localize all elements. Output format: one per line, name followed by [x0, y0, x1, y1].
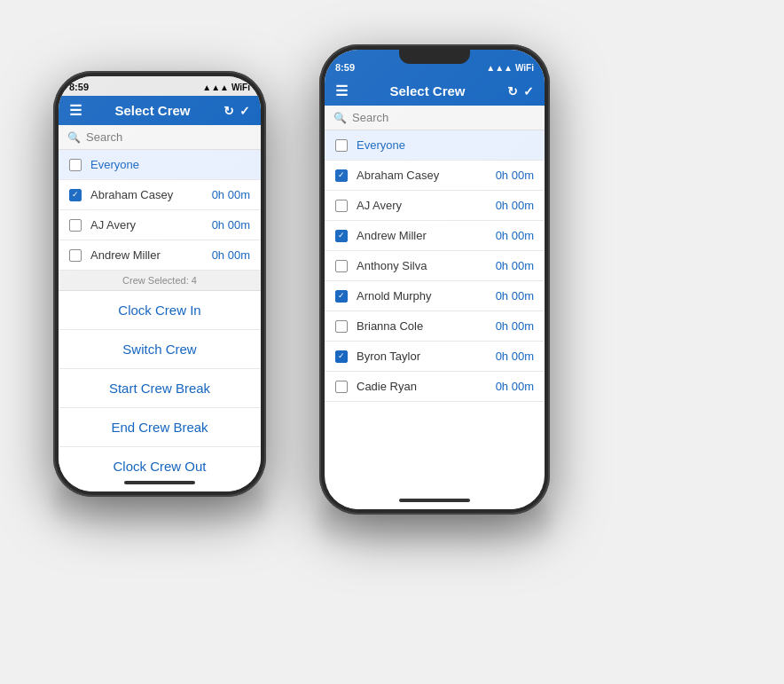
end-crew-break-button[interactable]: End Crew Break — [59, 408, 261, 447]
phone1-search-bar: 🔍 — [59, 125, 261, 150]
phone1-signal: ▲▲▲ — [202, 83, 229, 92]
phone2-name-anthony: Anthony Silva — [357, 259, 496, 272]
phone2-home-bar — [325, 491, 545, 509]
phone2-crew-byron[interactable]: Byron Taylor 0h 00m — [325, 342, 545, 372]
phone2-wifi: WiFi — [515, 63, 534, 73]
phone2-name-abraham: Abraham Casey — [357, 169, 496, 182]
phone2-time: 8:59 — [335, 62, 355, 73]
phone2-checkbox-byron[interactable] — [335, 350, 348, 363]
phone2-name-arnold: Arnold Murphy — [357, 289, 496, 303]
phone2-checkbox-cadie[interactable] — [335, 381, 348, 393]
phone1-checkbox-abraham[interactable] — [69, 189, 82, 201]
phone1-action-sheet: Crew Selected: 4 Clock Crew In Switch Cr… — [59, 271, 261, 474]
phone2-crew-anthony[interactable]: Anthony Silva 0h 00m — [325, 251, 545, 281]
phone1-selected-info: Crew Selected: 4 — [59, 271, 261, 291]
phone1-header-title: Select Crew — [82, 103, 223, 118]
phone2-name-andrew: Andrew Miller — [357, 229, 496, 242]
phone2-crew-abraham[interactable]: Abraham Casey 0h 00m — [325, 161, 545, 191]
switch-crew-button[interactable]: Switch Crew — [59, 330, 261, 369]
phone1-name-aj: AJ Avery — [90, 218, 212, 232]
phone2-refresh-icon[interactable]: ↻ — [507, 84, 518, 98]
phone2-time-aj: 0h 00m — [496, 199, 534, 212]
phone1-crew-abraham[interactable]: Abraham Casey 0h 00m — [59, 180, 261, 210]
phone2-signal: ▲▲▲ — [486, 63, 513, 73]
phone2-name-everyone: Everyone — [357, 138, 534, 152]
phone1-time-abraham: 0h 00m — [212, 188, 250, 201]
phone1-crew-list-section: Everyone Abraham Casey 0h 00m AJ Avery 0… — [59, 150, 261, 271]
phone2-crew-arnold[interactable]: Arnold Murphy 0h 00m — [325, 281, 545, 311]
phone2-header: ☰ Select Crew ↻ ✓ — [325, 76, 545, 106]
phone2-time-brianna: 0h 00m — [496, 319, 534, 333]
phone2-name-byron: Byron Taylor — [357, 350, 496, 363]
phone1-time-aj: 0h 00m — [212, 218, 250, 232]
phone1-status-bar: 8:59 ▲▲▲ WiFi — [59, 76, 261, 96]
phone1-checkbox-aj[interactable] — [69, 219, 82, 232]
phone1-crew-aj[interactable]: AJ Avery 0h 00m — [59, 210, 261, 240]
phone1-check-icon[interactable]: ✓ — [239, 104, 250, 118]
phone2-checkbox-andrew[interactable] — [335, 230, 348, 242]
phone1-checkbox-everyone[interactable] — [69, 159, 82, 171]
phone1-content: 8:59 ▲▲▲ WiFi ☰ Select Crew ↻ ✓ 🔍 — [59, 76, 261, 491]
clock-crew-in-button[interactable]: Clock Crew In — [59, 291, 261, 330]
phone2-menu-icon[interactable]: ☰ — [335, 84, 348, 98]
phone1-header: ☰ Select Crew ↻ ✓ — [59, 96, 261, 125]
phone2-checkbox-aj[interactable] — [335, 200, 348, 212]
phone1-search-input[interactable] — [86, 130, 252, 144]
phone2-checkbox-abraham[interactable] — [335, 169, 348, 182]
phone2-screen: 8:59 ▲▲▲ WiFi ☰ Select Crew ↻ ✓ 🔍 — [325, 50, 545, 509]
phone2-notch — [399, 50, 470, 64]
phone2-checkbox-arnold[interactable] — [335, 290, 348, 303]
phone2-crew-aj[interactable]: AJ Avery 0h 00m — [325, 191, 545, 221]
phone2-check-icon[interactable]: ✓ — [523, 84, 534, 98]
phone1-menu-icon[interactable]: ☰ — [69, 104, 82, 118]
phone2-search-input[interactable] — [352, 111, 536, 124]
clock-crew-out-button[interactable]: Clock Crew Out — [59, 447, 261, 474]
phone2-name-brianna: Brianna Cole — [357, 319, 496, 333]
phone1-refresh-icon[interactable]: ↻ — [223, 104, 234, 118]
phone2-time-cadie: 0h 00m — [496, 380, 534, 393]
phone2-time-andrew: 0h 00m — [496, 229, 534, 242]
phone1-crew-everyone[interactable]: Everyone — [59, 150, 261, 180]
phone1-screen: 8:59 ▲▲▲ WiFi ☰ Select Crew ↻ ✓ 🔍 — [59, 76, 261, 491]
phone2-name-aj: AJ Avery — [357, 199, 496, 212]
phone2-crew-brianna[interactable]: Brianna Cole 0h 00m — [325, 311, 545, 342]
phone1-wifi: WiFi — [231, 83, 250, 92]
phone2-crew-cadie[interactable]: Cadie Ryan 0h 00m — [325, 372, 545, 402]
phone2-crew-andrew[interactable]: Andrew Miller 0h 00m — [325, 221, 545, 251]
phone2-search-icon: 🔍 — [333, 112, 347, 124]
phone2-time-abraham: 0h 00m — [496, 169, 534, 182]
phone2-home-indicator — [399, 499, 470, 502]
phone2-header-title: Select Crew — [348, 83, 507, 98]
phone2-search-bar: 🔍 — [325, 106, 545, 130]
phone2-shell: 8:59 ▲▲▲ WiFi ☰ Select Crew ↻ ✓ 🔍 — [319, 44, 550, 515]
phone2-checkbox-brianna[interactable] — [335, 320, 348, 333]
phone2-time-byron: 0h 00m — [496, 350, 534, 363]
phone1-home-indicator — [124, 481, 195, 484]
phone1-home-bar — [59, 474, 261, 491]
phone1-status-icons: ▲▲▲ WiFi — [202, 83, 250, 92]
phone1-checkbox-andrew[interactable] — [69, 249, 82, 262]
phone1-name-everyone: Everyone — [90, 158, 250, 171]
phone2-checkbox-everyone[interactable] — [335, 139, 348, 152]
phone2-status-icons: ▲▲▲ WiFi — [486, 63, 534, 73]
phone2-checkbox-anthony[interactable] — [335, 260, 348, 272]
phone1-name-andrew: Andrew Miller — [90, 248, 212, 262]
phone2-crew-everyone[interactable]: Everyone — [325, 130, 545, 161]
phone1-search-icon: 🔍 — [67, 131, 81, 144]
phone2-crew-list: Everyone Abraham Casey 0h 00m AJ Avery 0… — [325, 130, 545, 491]
scene: 8:59 ▲▲▲ WiFi ☰ Select Crew ↻ ✓ 🔍 — [0, 0, 784, 684]
phone2-time-anthony: 0h 00m — [496, 259, 534, 272]
start-crew-break-button[interactable]: Start Crew Break — [59, 369, 261, 408]
phone1-name-abraham: Abraham Casey — [90, 188, 212, 201]
phone2-name-cadie: Cadie Ryan — [357, 380, 496, 393]
phone1-time: 8:59 — [69, 82, 89, 92]
phone2-content: 8:59 ▲▲▲ WiFi ☰ Select Crew ↻ ✓ 🔍 — [325, 50, 545, 509]
phone1-crew-andrew[interactable]: Andrew Miller 0h 00m — [59, 240, 261, 271]
phone2-time-arnold: 0h 00m — [496, 289, 534, 303]
phone1-shell: 8:59 ▲▲▲ WiFi ☰ Select Crew ↻ ✓ 🔍 — [53, 71, 266, 497]
phone1-time-andrew: 0h 00m — [212, 248, 250, 262]
